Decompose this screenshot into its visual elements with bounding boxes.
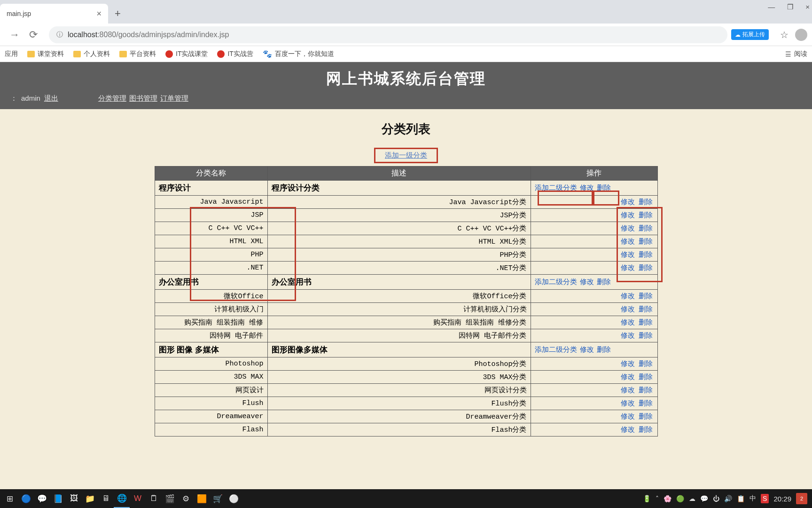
edit-link[interactable]: 修改: [621, 237, 635, 245]
tray-icon[interactable]: 🔋: [643, 495, 651, 502]
apps-button[interactable]: 应用: [5, 50, 18, 58]
delete-link[interactable]: 删除: [639, 425, 653, 433]
reading-list-button[interactable]: ☰ 阅读: [785, 50, 807, 58]
nav-books[interactable]: 图书管理: [129, 94, 157, 103]
close-tab-icon[interactable]: ×: [96, 9, 102, 19]
nav-orders[interactable]: 订单管理: [160, 94, 188, 103]
edit-link[interactable]: 修改: [621, 412, 635, 420]
edit-link[interactable]: 修改: [621, 292, 635, 300]
reload-button[interactable]: ⟳: [24, 29, 42, 41]
forward-button[interactable]: →: [5, 29, 24, 41]
child-category-row: 计算机初级入门计算机初级入门分类修改删除: [155, 303, 657, 316]
edit-link[interactable]: 修改: [621, 263, 635, 271]
bookmark-item[interactable]: 个人资料: [73, 50, 110, 58]
delete-link[interactable]: 删除: [639, 211, 653, 219]
delete-link[interactable]: 删除: [639, 412, 653, 420]
edit-link[interactable]: 修改: [621, 359, 635, 367]
add-subcategory-link[interactable]: 添加二级分类: [535, 345, 577, 353]
window-restore-button[interactable]: ❐: [787, 3, 793, 11]
delete-link[interactable]: 删除: [639, 263, 653, 271]
edit-link[interactable]: 修改: [621, 373, 635, 381]
ime-indicator[interactable]: 中: [750, 494, 756, 503]
bookmark-star-icon[interactable]: ☆: [780, 29, 789, 40]
notification-badge[interactable]: 2: [796, 493, 807, 504]
delete-link[interactable]: 删除: [639, 373, 653, 381]
window-close-button[interactable]: ×: [805, 3, 810, 11]
taskbar-app[interactable]: 🖥: [98, 489, 114, 508]
taskbar-app[interactable]: 🔵: [18, 489, 34, 508]
ime-indicator[interactable]: S: [761, 494, 769, 503]
taskbar-app[interactable]: ⚙: [178, 489, 194, 508]
site-info-icon[interactable]: ⓘ: [56, 31, 63, 39]
parent-ops: 添加二级分类修改删除: [531, 342, 657, 357]
new-tab-button[interactable]: +: [108, 4, 127, 24]
tray-icon[interactable]: 🟢: [676, 495, 684, 502]
taskbar-app[interactable]: ⚪: [226, 489, 242, 508]
edit-link[interactable]: 修改: [621, 399, 635, 407]
edit-link[interactable]: 修改: [621, 224, 635, 232]
active-tab[interactable]: main.jsp ×: [0, 4, 108, 24]
url-field[interactable]: ⓘ localhost :8080/goods/adminjsps/admin/…: [49, 26, 727, 43]
taskbar-app[interactable]: 🗒: [146, 489, 162, 508]
delete-link[interactable]: 删除: [639, 399, 653, 407]
add-subcategory-link[interactable]: 添加二级分类: [535, 278, 577, 286]
logout-link[interactable]: 退出: [44, 94, 58, 103]
taskbar-app[interactable]: 💬: [34, 489, 50, 508]
child-ops: 修改删除: [531, 371, 657, 384]
delete-link[interactable]: 删除: [639, 386, 653, 394]
edit-link[interactable]: 修改: [621, 386, 635, 394]
delete-link[interactable]: 删除: [639, 292, 653, 300]
taskbar-app-chrome[interactable]: 🌐: [114, 489, 130, 508]
delete-link[interactable]: 删除: [639, 198, 653, 206]
add-top-category-link[interactable]: 添加一级分类: [374, 148, 438, 163]
add-subcategory-link[interactable]: 添加二级分类: [535, 183, 577, 191]
delete-link[interactable]: 删除: [639, 318, 653, 326]
tray-volume-icon[interactable]: 🔊: [724, 495, 732, 502]
edit-link[interactable]: 修改: [580, 345, 594, 353]
delete-link[interactable]: 删除: [639, 224, 653, 232]
delete-link[interactable]: 删除: [639, 237, 653, 245]
edit-link[interactable]: 修改: [621, 250, 635, 258]
delete-link[interactable]: 删除: [639, 305, 653, 313]
bookmark-item[interactable]: 平台资料: [119, 50, 156, 58]
child-desc: HTML XML分类: [267, 235, 531, 248]
delete-link[interactable]: 删除: [639, 331, 653, 339]
tray-icon[interactable]: ☁: [689, 495, 695, 502]
window-minimize-button[interactable]: —: [768, 3, 775, 11]
edit-link[interactable]: 修改: [621, 318, 635, 326]
edit-link[interactable]: 修改: [621, 425, 635, 433]
tray-chevron-up-icon[interactable]: ˄: [656, 495, 659, 502]
username: admin: [21, 94, 40, 103]
taskbar-app[interactable]: 🖼: [66, 489, 82, 508]
edit-link[interactable]: 修改: [621, 198, 635, 206]
taskbar-app[interactable]: 🟧: [194, 489, 210, 508]
delete-link[interactable]: 删除: [597, 183, 611, 191]
edit-link[interactable]: 修改: [621, 211, 635, 219]
taskbar-app[interactable]: W: [130, 489, 146, 508]
taskbar-app[interactable]: 🎬: [162, 489, 178, 508]
tray-icon[interactable]: 📋: [737, 495, 745, 502]
nav-category[interactable]: 分类管理: [98, 94, 126, 103]
extension-badge[interactable]: ☁ 拓展上传: [731, 29, 769, 40]
delete-link[interactable]: 删除: [639, 359, 653, 367]
taskbar-app[interactable]: 📘: [50, 489, 66, 508]
bookmark-item[interactable]: 课堂资料: [27, 50, 64, 58]
bookmark-item[interactable]: IT实战课堂: [165, 50, 208, 58]
tray-icon[interactable]: ⏻: [713, 495, 719, 502]
delete-link[interactable]: 删除: [597, 278, 611, 286]
tray-icon[interactable]: 💬: [700, 495, 708, 502]
bookmark-item[interactable]: 🐾百度一下，你就知道: [263, 49, 334, 58]
delete-link[interactable]: 删除: [639, 250, 653, 258]
edit-link[interactable]: 修改: [580, 183, 594, 191]
taskbar-app[interactable]: 📁: [82, 489, 98, 508]
edit-link[interactable]: 修改: [621, 305, 635, 313]
edit-link[interactable]: 修改: [580, 278, 594, 286]
clock[interactable]: 20:29: [773, 495, 791, 503]
tray-icon[interactable]: 🌸: [664, 495, 671, 502]
bookmark-item[interactable]: IT实战营: [217, 50, 253, 58]
taskbar-app[interactable]: 🛒: [210, 489, 226, 508]
profile-avatar[interactable]: [795, 29, 807, 41]
start-button[interactable]: ⊞: [2, 489, 18, 508]
edit-link[interactable]: 修改: [621, 331, 635, 339]
delete-link[interactable]: 删除: [597, 345, 611, 353]
